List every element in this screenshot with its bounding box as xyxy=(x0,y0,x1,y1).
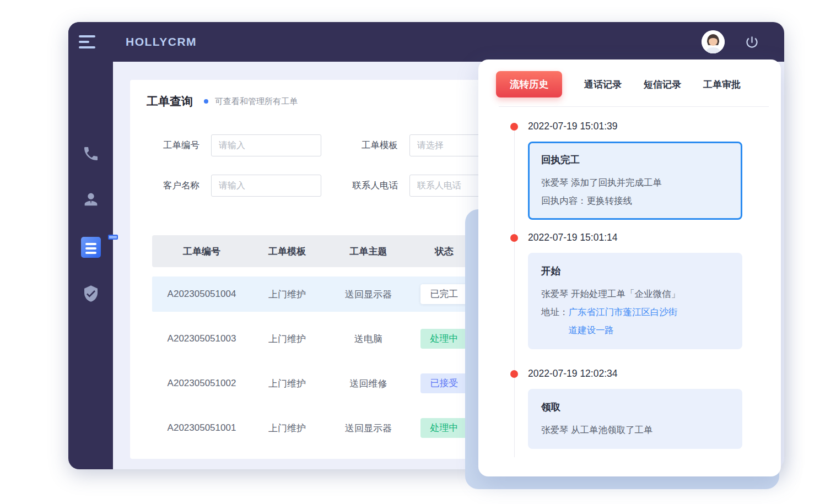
status-badge: 已完工 xyxy=(420,284,468,304)
timeline-card-title: 开始 xyxy=(541,264,729,278)
status-badge: 处理中 xyxy=(420,329,468,349)
timeline-dot-icon xyxy=(510,123,518,131)
sidebar-item-work-orders[interactable] xyxy=(68,237,113,258)
cell-order-id: A202305051003 xyxy=(152,333,251,344)
blue-dot-icon xyxy=(204,99,208,104)
cell-template: 上门维护 xyxy=(251,333,323,345)
cell-subject: 送回维修 xyxy=(323,377,414,390)
timeline-time: 2022-07-19 12:02:34 xyxy=(528,368,781,380)
col-template: 工单模板 xyxy=(251,245,323,258)
timeline: 2022-07-19 15:01:39 回执完工 张爱琴 添加了回执并完成工单 … xyxy=(478,107,781,449)
order-id-input[interactable] xyxy=(211,134,321,156)
cell-subject: 送电脑 xyxy=(323,333,414,345)
timeline-dot-icon xyxy=(510,234,518,242)
avatar[interactable] xyxy=(702,30,725,53)
timeline-card-title: 回执完工 xyxy=(541,153,729,166)
cell-order-id: A202305051004 xyxy=(152,289,251,300)
status-badge: 已接受 xyxy=(420,373,468,393)
power-icon[interactable] xyxy=(745,35,759,50)
filter-label-phone: 联系人电话 xyxy=(336,180,398,192)
work-order-icon xyxy=(81,237,101,258)
cell-order-id: A202305051002 xyxy=(152,378,251,389)
filter-label-template: 工单模板 xyxy=(336,139,398,151)
cell-subject: 送回显示器 xyxy=(323,288,414,301)
menu-icon[interactable] xyxy=(79,35,96,48)
shield-check-icon xyxy=(82,285,100,305)
sidebar-item-calls[interactable] xyxy=(68,145,113,165)
tab-approval[interactable]: 工单审批 xyxy=(703,78,741,91)
timeline-card-line: 张爱琴 开始处理工单「企业微信」 xyxy=(541,285,729,303)
customer-name-input[interactable] xyxy=(211,175,321,197)
timeline-dot-icon xyxy=(510,370,518,378)
timeline-card-receipt-done[interactable]: 回执完工 张爱琴 添加了回执并完成工单 回执内容：更换转接线 xyxy=(528,142,742,220)
cell-subject: 送回显示器 xyxy=(323,422,414,435)
filter-label-customer: 客户名称 xyxy=(147,180,199,192)
timeline-card-title: 领取 xyxy=(541,400,729,414)
tab-sms-records[interactable]: 短信记录 xyxy=(644,78,681,91)
screenshot-stage: HOLLYCRM 工单查询 xyxy=(0,0,836,504)
sidebar xyxy=(68,22,113,469)
timeline-entry: 2022-07-19 12:02:34 领取 张爱琴 从工单池领取了工单 xyxy=(478,368,781,449)
timeline-time: 2022-07-19 15:01:14 xyxy=(528,232,781,243)
top-bar: HOLLYCRM xyxy=(68,22,784,62)
contact-icon xyxy=(82,190,100,211)
timeline-entry: 2022-07-19 15:01:14 开始 张爱琴 开始处理工单「企业微信」 … xyxy=(478,232,781,349)
col-subject: 工单主题 xyxy=(323,245,414,258)
page-subtitle: 可查看和管理所有工单 xyxy=(215,96,298,107)
cell-template: 上门维护 xyxy=(251,288,323,301)
timeline-card-line: 张爱琴 添加了回执并完成工单 xyxy=(541,174,729,192)
filter-label-order-id: 工单编号 xyxy=(147,139,199,151)
phone-icon xyxy=(82,145,100,165)
timeline-card-claim[interactable]: 领取 张爱琴 从工单池领取了工单 xyxy=(528,389,742,449)
cell-template: 上门维护 xyxy=(251,422,323,435)
address-link[interactable]: 广东省江门市蓬江区白沙街道建设一路 xyxy=(569,303,682,339)
timeline-card-line: 回执内容：更换转接线 xyxy=(541,192,729,210)
brand-logo: HOLLYCRM xyxy=(126,35,197,48)
timeline-card-line: 张爱琴 从工单池领取了工单 xyxy=(541,421,729,439)
timeline-entry: 2022-07-19 15:01:39 回执完工 张爱琴 添加了回执并完成工单 … xyxy=(478,121,781,220)
col-order-id: 工单编号 xyxy=(152,245,251,258)
status-badge: 处理中 xyxy=(420,418,468,438)
address-label: 地址： xyxy=(541,303,569,339)
cell-order-id: A202305051001 xyxy=(152,422,251,433)
timeline-card-start[interactable]: 开始 张爱琴 开始处理工单「企业微信」 地址： 广东省江门市蓬江区白沙街道建设一… xyxy=(528,253,742,349)
sidebar-item-contacts[interactable] xyxy=(68,190,113,211)
cell-template: 上门维护 xyxy=(251,377,323,390)
tab-flow-history[interactable]: 流转历史 xyxy=(496,71,562,97)
panel-tabs: 流转历史 通话记录 短信记录 工单审批 xyxy=(478,59,781,97)
timeline-time: 2022-07-19 15:01:39 xyxy=(528,121,781,132)
history-panel: 流转历史 通话记录 短信记录 工单审批 2022-07-19 15:01:39 … xyxy=(478,59,781,476)
tab-call-records[interactable]: 通话记录 xyxy=(584,78,622,91)
page-title: 工单查询 xyxy=(147,94,193,109)
sidebar-item-security[interactable] xyxy=(68,285,113,305)
